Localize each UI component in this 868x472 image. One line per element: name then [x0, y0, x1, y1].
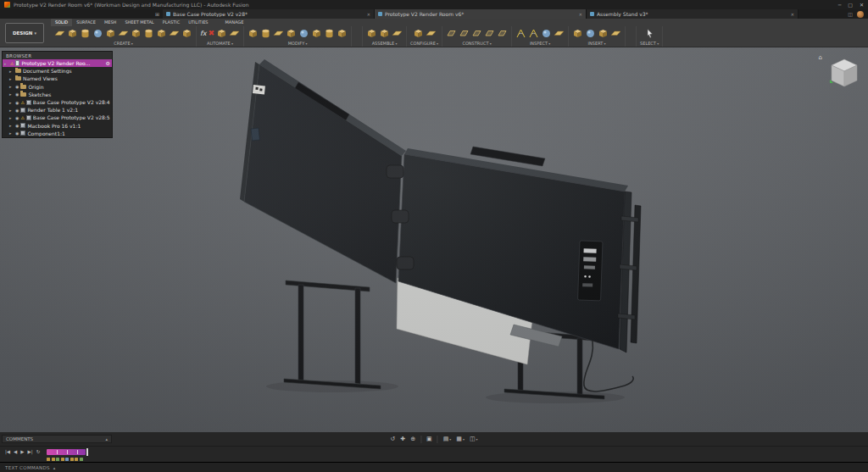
browser-item-document-settings[interactable]: ▸ Document Settings [3, 67, 112, 75]
comments-panel[interactable]: COMMENTS ▴ [2, 435, 112, 443]
construct-group-label[interactable]: CONSTRUCT [462, 41, 491, 46]
chevron-right-icon[interactable]: ▸ [4, 61, 8, 66]
timeline-track[interactable] [47, 449, 216, 463]
eye-icon[interactable]: ◉ [15, 92, 19, 97]
select-group-label[interactable]: SELECT [640, 41, 659, 46]
tab-manage[interactable]: MANAGE [220, 19, 248, 26]
tool-icon[interactable] [610, 28, 621, 39]
assemble-group-label[interactable]: ASSEMBLE [372, 41, 398, 46]
browser-item-component[interactable]: ▸ ◉ Macbook Pro 16 v1:1 [3, 122, 112, 130]
chevron-right-icon[interactable]: ▸ [9, 130, 14, 136]
browser-item-component[interactable]: ▸ ◉ ⚠ Base Case Prototype V2 v28:5 [3, 114, 112, 121]
browser-item-root[interactable]: ▸ ⚠ Prototype V2 Render Roo... ⚙ [3, 59, 112, 67]
model-viewport[interactable]: ⌂ BROWSER ▸ ⚠ Prototype V2 Render Roo...… [0, 47, 868, 432]
tool-icon[interactable] [181, 28, 192, 39]
tab-surface[interactable]: SURFACE [72, 19, 100, 26]
chevron-right-icon[interactable]: ▸ [9, 76, 14, 81]
close-tab-icon[interactable]: ✕ [579, 12, 582, 17]
chevron-up-icon[interactable]: ▴ [105, 436, 108, 441]
tool-icon[interactable] [324, 28, 335, 39]
timeline-feature-markers[interactable] [47, 458, 83, 461]
chevron-right-icon[interactable]: ▸ [9, 108, 14, 113]
browser-item-sketches[interactable]: ▸ ◉ Sketches [3, 91, 112, 98]
tab-plastic[interactable]: PLASTIC [159, 19, 185, 26]
eye-icon[interactable]: ◉ [15, 130, 19, 136]
browser-header[interactable]: BROWSER [3, 52, 112, 59]
tool-icon[interactable] [169, 28, 180, 39]
tab-utilities[interactable]: UTILITIES [184, 19, 212, 26]
tool-icon[interactable] [92, 28, 103, 39]
browser-item-named-views[interactable]: ▸ Named Views [3, 75, 112, 82]
minimize-icon[interactable]: ─ [838, 0, 842, 9]
select-cursor-icon[interactable] [644, 28, 655, 39]
tool-icon[interactable] [446, 28, 457, 39]
tab-mesh[interactable]: MESH [100, 19, 120, 26]
tool-icon[interactable] [471, 28, 482, 39]
home-view-icon[interactable]: ⌂ [819, 54, 822, 61]
tool-icon[interactable] [216, 28, 227, 39]
view-cube[interactable] [826, 53, 863, 90]
chevron-right-icon[interactable]: ▸ [9, 69, 14, 74]
browser-item-component[interactable]: ▸ ◉ ⚠ Base Case Prototype V2 v28:4 [3, 98, 112, 106]
tool-icon[interactable] [528, 28, 539, 39]
viewports-icon[interactable]: ◫▾ [470, 436, 478, 442]
tool-icon[interactable] [260, 28, 271, 39]
delete-icon[interactable]: ✖ [209, 28, 215, 39]
inspect-group-label[interactable]: INSPECT [530, 41, 550, 46]
configure-group-label[interactable]: CONFIGURE [410, 41, 438, 46]
timeline-scrub-handle[interactable] [86, 448, 88, 456]
browser-item-component[interactable]: ▸ ◉ Component1:1 [3, 130, 112, 137]
workspace-switcher-button[interactable]: DESIGN [5, 23, 44, 43]
tool-icon[interactable] [554, 28, 565, 39]
tool-icon[interactable] [131, 28, 142, 39]
tool-icon[interactable] [572, 28, 583, 39]
close-tab-icon[interactable]: ✕ [791, 12, 794, 17]
text-commands-bar[interactable]: TEXT COMMANDS ▴ [0, 462, 868, 472]
orbit-icon[interactable]: ↺ [390, 436, 395, 442]
chevron-up-icon[interactable]: ▴ [53, 465, 56, 470]
tab-sheet-metal[interactable]: SHEET METAL [120, 19, 158, 26]
timeline-end-button[interactable]: ▶| [28, 449, 33, 454]
eye-icon[interactable]: ◉ [15, 123, 19, 128]
tool-icon[interactable] [459, 28, 470, 39]
tool-icon[interactable] [379, 28, 390, 39]
chevron-right-icon[interactable]: ▸ [9, 123, 14, 128]
timeline-play-button[interactable]: ▶ [20, 449, 24, 454]
left-stand[interactable] [284, 280, 381, 389]
maximize-icon[interactable]: ▢ [848, 0, 853, 9]
tool-icon[interactable] [286, 28, 297, 39]
tool-icon[interactable] [273, 28, 284, 39]
zoom-icon[interactable]: ⊕ [410, 436, 415, 442]
chevron-right-icon[interactable]: ▸ [9, 84, 14, 89]
tool-icon[interactable] [515, 28, 526, 39]
display-settings-icon[interactable]: ▤▾ [443, 436, 452, 442]
modify-group-label[interactable]: MODIFY [288, 41, 308, 46]
left-case-panel[interactable] [240, 59, 406, 283]
tool-icon[interactable] [143, 28, 154, 39]
timeline-refresh-button[interactable]: ↻ [36, 449, 41, 454]
fx-parameters-icon[interactable]: fx [200, 28, 207, 39]
document-tab[interactable]: Assembly Stand v3* ✕ [587, 9, 798, 19]
tool-icon[interactable] [598, 28, 609, 39]
user-avatar[interactable] [857, 11, 864, 18]
automate-group-label[interactable]: AUTOMATE [207, 41, 233, 46]
tool-icon[interactable] [585, 28, 596, 39]
tool-icon[interactable] [541, 28, 552, 39]
chevron-right-icon[interactable]: ▸ [9, 100, 14, 105]
timeline-step-back-button[interactable]: ◀ [14, 449, 17, 454]
tool-icon[interactable] [54, 28, 65, 39]
tool-icon[interactable] [366, 28, 377, 39]
tab-solid[interactable]: SOLID [51, 19, 72, 26]
insert-group-label[interactable]: INSERT [588, 41, 606, 46]
tool-icon[interactable] [497, 28, 508, 39]
tool-icon[interactable] [229, 28, 240, 39]
chevron-right-icon[interactable]: ▸ [9, 92, 14, 97]
eye-icon[interactable]: ◉ [15, 100, 19, 105]
tool-icon[interactable] [413, 28, 424, 39]
tool-icon[interactable] [298, 28, 309, 39]
tool-icon[interactable] [118, 28, 129, 39]
browser-item-component[interactable]: ▸ ◉ Render Table 1 v2:1 [3, 106, 112, 114]
chevron-right-icon[interactable]: ▸ [9, 115, 14, 120]
eye-icon[interactable]: ◉ [15, 84, 19, 89]
tool-icon[interactable] [105, 28, 116, 39]
